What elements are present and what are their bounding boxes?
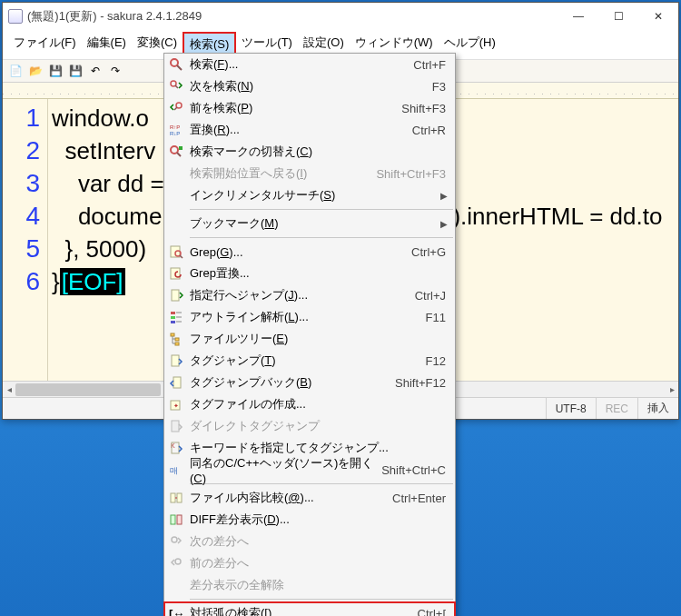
svg-line-7	[177, 153, 181, 156]
tag-back-icon	[164, 375, 188, 390]
titlebar[interactable]: (無題)1(更新) - sakura 2.4.1.2849 — ☐ ✕	[3, 3, 678, 30]
svg-rect-24	[173, 377, 181, 388]
menu-item[interactable]: Grep置換...	[164, 263, 455, 284]
search-icon	[164, 57, 188, 72]
menu-item-shortcut: Ctrl+F	[413, 58, 455, 72]
menu-item-label: 次を検索(N)	[188, 78, 432, 94]
menu-item: 前の差分へ	[164, 552, 455, 574]
menu-item-shortcut: F11	[426, 311, 455, 324]
diff-file-icon	[164, 491, 188, 505]
search-prev-icon	[164, 101, 188, 115]
toolbar-open-icon[interactable]: 📂	[26, 62, 44, 80]
menu-item[interactable]: インクリメンタルサーチ(S)▶	[164, 184, 455, 206]
menu-item-label: Grep(G)...	[188, 245, 411, 259]
menu-item-shortcut: Ctrl+Enter	[392, 492, 455, 505]
eof-marker: [EOF]	[60, 268, 125, 295]
menu-item-label: ブックマーク(M)	[188, 215, 440, 232]
menu-item[interactable]: 前を検索(P)Shift+F3	[164, 97, 455, 119]
maximize-button[interactable]: ☐	[598, 4, 638, 29]
svg-rect-15	[171, 316, 175, 319]
toolbar-new-icon[interactable]: 📄	[6, 62, 25, 80]
minimize-button[interactable]: —	[558, 4, 598, 29]
goto-icon	[164, 288, 188, 303]
tree-icon	[164, 332, 188, 346]
menu-item[interactable]: タグジャンプバック(B)Shift+F12	[164, 372, 455, 393]
window-title: (無題)1(更新) - sakura 2.4.1.2849	[27, 8, 202, 25]
toolbar-redo-icon[interactable]: ↷	[106, 62, 124, 80]
menu-item[interactable]: 検索(F)...Ctrl+F	[164, 54, 455, 75]
menu-item-label: 差分表示の全解除	[188, 577, 446, 593]
menu-item-label: インクリメンタルサーチ(S)	[188, 187, 440, 204]
menu-item: ダイレクトタグジャンプ	[164, 415, 455, 437]
menu-item-label: アウトライン解析(L)...	[188, 309, 426, 325]
menu-item: 検索開始位置へ戻る(I)Shift+Ctrl+F3	[164, 163, 455, 184]
menu-item[interactable]: [↔]対括弧の検索([)Ctrl+[	[164, 602, 455, 616]
menu-item-shortcut: Ctrl+R	[412, 124, 455, 137]
menu-file[interactable]: ファイル(F)	[8, 32, 82, 57]
svg-rect-8	[179, 146, 183, 150]
menu-item[interactable]: ファイル内容比較(@)...Ctrl+Enter	[164, 487, 455, 509]
search-menu-dropdown: 検索(F)...Ctrl+F次を検索(N)F3前を検索(P)Shift+F3R↑…	[163, 53, 456, 616]
menu-item: 次の差分へ	[164, 531, 455, 552]
search-next-icon	[164, 79, 188, 94]
search-mark-icon	[164, 144, 188, 159]
menu-item[interactable]: 検索マークの切替え(C)	[164, 141, 455, 163]
menu-item[interactable]: R↑PR↓P置換(R)...Ctrl+R	[164, 119, 455, 141]
toolbar-save-icon[interactable]: 💾	[46, 62, 64, 80]
scroll-thumb[interactable]	[15, 383, 161, 396]
menu-item[interactable]: 指定行へジャンプ(J)...Ctrl+J	[164, 284, 455, 306]
menu-item[interactable]: タグジャンプ(T)F12	[164, 350, 455, 372]
submenu-arrow-icon: ▶	[440, 191, 455, 201]
toolbar-saveall-icon[interactable]: 💾	[66, 62, 84, 80]
scroll-left-arrow-icon[interactable]: ◂	[3, 382, 15, 397]
menu-item-shortcut: Shift+Ctrl+F3	[376, 167, 455, 181]
svg-rect-13	[172, 290, 179, 301]
close-button[interactable]: ✕	[638, 4, 678, 29]
svg-point-6	[171, 146, 178, 154]
menu-item[interactable]: 매同名のC/C++ヘッダ(ソース)を開く(C)Shift+Ctrl+C	[164, 459, 455, 481]
status-rec[interactable]: REC	[596, 398, 637, 419]
status-insert[interactable]: 挿入	[637, 398, 678, 419]
diff-next-icon	[164, 534, 188, 549]
diff-prev-icon	[164, 556, 188, 571]
menu-item[interactable]: DIFF差分表示(D)...	[164, 509, 455, 531]
menu-item-label: タグジャンプバック(B)	[188, 374, 395, 391]
menu-item-label: Grep置換...	[188, 265, 446, 282]
menu-item[interactable]: アウトライン解析(L)...F11	[164, 306, 455, 328]
svg-rect-14	[171, 312, 175, 314]
menu-item-shortcut: Ctrl+J	[415, 289, 455, 303]
menu-item-label: 検索(F)...	[188, 56, 413, 73]
scroll-right-arrow-icon[interactable]: ▸	[666, 382, 678, 397]
svg-point-0	[171, 59, 178, 66]
menu-item-label: 対括弧の検索([)	[188, 605, 418, 616]
menu-item-shortcut: Ctrl+[	[418, 607, 455, 617]
status-encoding[interactable]: UTF-8	[546, 398, 596, 419]
diff-icon	[164, 512, 188, 527]
cpp-icon: 매	[164, 462, 188, 477]
menu-item[interactable]: ファイルツリー(E)	[164, 328, 455, 350]
toolbar-undo-icon[interactable]: ↶	[86, 62, 104, 80]
menu-item[interactable]: 次を検索(N)F3	[164, 75, 455, 97]
menu-item-shortcut: F12	[426, 354, 455, 368]
svg-rect-35	[177, 515, 182, 524]
svg-rect-32	[177, 493, 182, 502]
menu-item[interactable]: ✦タグファイルの作成...	[164, 393, 455, 415]
tag-kw-icon: K	[164, 441, 188, 455]
svg-text:매: 매	[170, 466, 178, 475]
menu-item-label: 置換(R)...	[188, 122, 412, 138]
menu-item-label: DIFF差分表示(D)...	[188, 512, 446, 528]
menu-item-label: ファイルツリー(E)	[188, 331, 446, 347]
svg-line-11	[180, 255, 183, 258]
svg-text:R↑P: R↑P	[170, 124, 180, 130]
svg-text:[↔]: [↔]	[169, 607, 183, 616]
menu-edit[interactable]: 編集(E)	[82, 32, 132, 57]
menu-item-label: 前の差分へ	[188, 555, 446, 571]
menu-item-label: ダイレクトタグジャンプ	[188, 418, 446, 434]
tag-direct-icon	[164, 419, 188, 433]
menu-item-shortcut: Ctrl+G	[411, 245, 455, 259]
outline-icon	[164, 310, 188, 324]
menu-item[interactable]: Grep(G)...Ctrl+G	[164, 241, 455, 263]
menu-item[interactable]: ブックマーク(M)▶	[164, 213, 455, 234]
svg-rect-20	[171, 333, 174, 336]
menu-item-label: タグファイルの作成...	[188, 396, 446, 412]
